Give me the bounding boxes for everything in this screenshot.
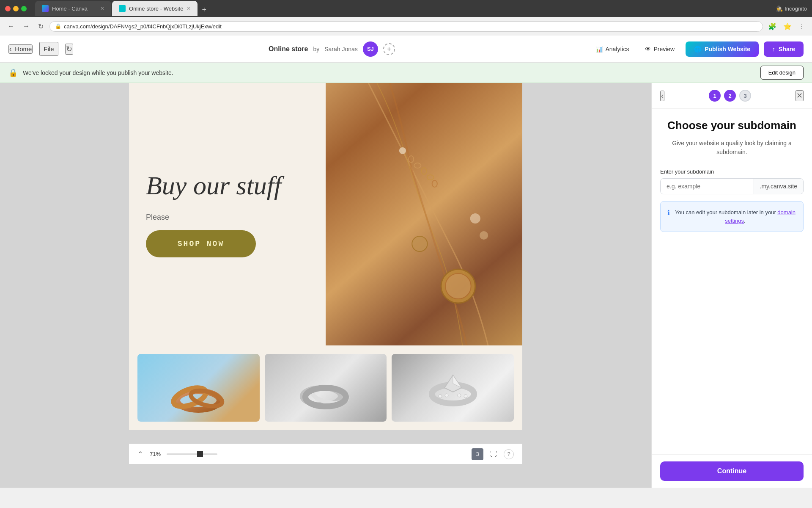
right-panel: ‹ 1 2 3 ✕ Choose your subdomain Give you…: [651, 83, 812, 488]
canva-tab-title: Home - Canva: [52, 6, 88, 12]
share-icon: ↑: [772, 46, 775, 52]
home-chevron-icon: ‹: [9, 45, 11, 53]
product-card-1: [137, 354, 260, 422]
subdomain-input-row: .my.canva.site: [660, 178, 804, 194]
hero-subtext: Please: [146, 213, 309, 222]
expand-icon[interactable]: ⛶: [490, 450, 497, 458]
minimize-window-button[interactable]: [13, 6, 19, 11]
preview-label: Preview: [653, 46, 675, 52]
necklace-image: [326, 83, 522, 345]
back-button[interactable]: ←: [5, 21, 17, 32]
editor-toolbar: ‹ Home File ↻ Online store by Sarah Jona…: [0, 36, 812, 63]
zoom-label: 71%: [150, 451, 163, 457]
share-label: Share: [779, 46, 795, 52]
ring-image-3: [415, 358, 491, 417]
reload-button[interactable]: ↻: [36, 21, 46, 32]
sync-button[interactable]: ↻: [65, 44, 73, 55]
subdomain-input[interactable]: [661, 179, 754, 194]
forward-button[interactable]: →: [20, 21, 32, 32]
step-2-indicator: 2: [724, 90, 736, 102]
project-author: Sarah Jonas: [324, 46, 358, 52]
svg-point-20: [439, 395, 442, 398]
new-tab-button[interactable]: +: [198, 4, 210, 16]
subdomain-label: Enter your subdomain: [660, 168, 804, 175]
lock-icon: 🔒: [8, 68, 18, 77]
product-card-3: [392, 354, 514, 422]
project-title: Online store: [269, 45, 308, 53]
hero-heading: Buy our stuff: [146, 171, 309, 200]
store-tab-close[interactable]: ✕: [187, 6, 191, 11]
maximize-window-button[interactable]: [21, 6, 27, 11]
incognito-badge: 🕵️ Incognito: [776, 6, 807, 12]
preview-button[interactable]: 👁 Preview: [639, 42, 680, 56]
hero-left: Buy our stuff Please SHOP NOW: [129, 83, 326, 345]
zoom-thumb[interactable]: [197, 451, 203, 457]
analytics-icon: 📊: [595, 46, 603, 52]
shop-now-button[interactable]: SHOP NOW: [146, 230, 256, 257]
canvas-area[interactable]: Buy our stuff Please SHOP NOW: [0, 83, 651, 488]
svg-point-2: [412, 236, 427, 251]
home-button[interactable]: ‹ Home: [8, 44, 33, 54]
browser-tabs: Home - Canva ✕ Online store - Website ✕ …: [35, 1, 210, 16]
edit-design-button[interactable]: Edit design: [760, 66, 804, 80]
browser-tab-canva-home[interactable]: Home - Canva ✕: [35, 1, 111, 16]
panel-back-button[interactable]: ‹: [660, 91, 664, 101]
browser-titlebar: Home - Canva ✕ Online store - Website ✕ …: [0, 0, 812, 17]
canvas-page: Buy our stuff Please SHOP NOW: [129, 83, 522, 430]
ring-image-2: [288, 358, 364, 417]
svg-point-8: [399, 147, 406, 154]
svg-point-1: [445, 273, 471, 299]
avatar[interactable]: SJ: [363, 41, 378, 57]
share-button[interactable]: ↑ Share: [764, 41, 804, 57]
hero-section: Buy our stuff Please SHOP NOW: [129, 83, 522, 345]
panel-close-button[interactable]: ✕: [796, 90, 804, 101]
svg-point-9: [470, 213, 480, 224]
hero-right: [326, 83, 522, 345]
panel-header: ‹ 1 2 3 ✕: [652, 83, 812, 109]
ring-image-1: [160, 358, 236, 417]
panel-footer: Continue: [652, 454, 812, 488]
address-bar[interactable]: 🔒 canva.com/design/DAFNVgs2_p0/f4CFnbQjx…: [49, 21, 763, 32]
browser-tab-online-store[interactable]: Online store - Website ✕: [112, 1, 198, 16]
chevron-up-icon[interactable]: ⌃: [137, 450, 143, 458]
svg-point-4: [414, 163, 421, 168]
store-favicon: [119, 5, 126, 12]
preview-icon: 👁: [645, 46, 651, 52]
svg-point-6: [427, 175, 434, 180]
notification-bar: 🔒 We've locked your design while you pub…: [0, 63, 812, 83]
home-label: Home: [15, 45, 32, 52]
zoom-slider[interactable]: [167, 453, 217, 455]
bottom-toolbar: ⌃ 71% 3 ⛶ ?: [129, 444, 522, 464]
info-box: ℹ You can edit your subdomain later in y…: [660, 201, 804, 232]
add-collaborator-button[interactable]: +: [383, 43, 395, 55]
products-section: [129, 345, 522, 430]
close-window-button[interactable]: [5, 6, 11, 11]
extensions-button[interactable]: 🧩: [766, 21, 778, 32]
subdomain-suffix: .my.canva.site: [754, 179, 803, 194]
publish-icon: 🌐: [694, 46, 701, 52]
step-1-indicator: 1: [709, 90, 721, 102]
analytics-button[interactable]: 📊 Analytics: [590, 42, 634, 56]
panel-title: Choose your subdomain: [660, 119, 804, 132]
continue-button[interactable]: Continue: [660, 461, 804, 481]
browser-menu-button[interactable]: ⋮: [797, 21, 807, 32]
help-icon[interactable]: ?: [504, 449, 514, 459]
publish-website-button[interactable]: 🌐 Publish Website: [686, 41, 759, 57]
canva-favicon: [42, 5, 49, 12]
panel-description: Give your website a quality look by clai…: [660, 139, 804, 157]
toolbar-center: Online store by Sarah Jonas SJ +: [80, 41, 584, 57]
file-menu-button[interactable]: File: [39, 42, 58, 56]
browser-toolbar: ← → ↻ 🔒 canva.com/design/DAFNVgs2_p0/f4C…: [0, 17, 812, 36]
publish-label: Publish Website: [705, 46, 750, 52]
notification-text: We've locked your design while you publi…: [23, 69, 755, 76]
toolbar-left: ‹ Home File ↻: [8, 42, 73, 56]
product-card-2: [265, 354, 387, 422]
svg-point-7: [432, 180, 437, 187]
store-tab-title: Online store - Website: [129, 6, 183, 12]
info-icon: ℹ: [667, 209, 670, 217]
editor-content: Buy our stuff Please SHOP NOW: [0, 83, 812, 488]
project-author-prefix: by: [313, 46, 319, 52]
canva-tab-close[interactable]: ✕: [100, 6, 104, 11]
bookmark-button[interactable]: ⭐: [782, 21, 793, 32]
svg-point-21: [445, 394, 448, 397]
